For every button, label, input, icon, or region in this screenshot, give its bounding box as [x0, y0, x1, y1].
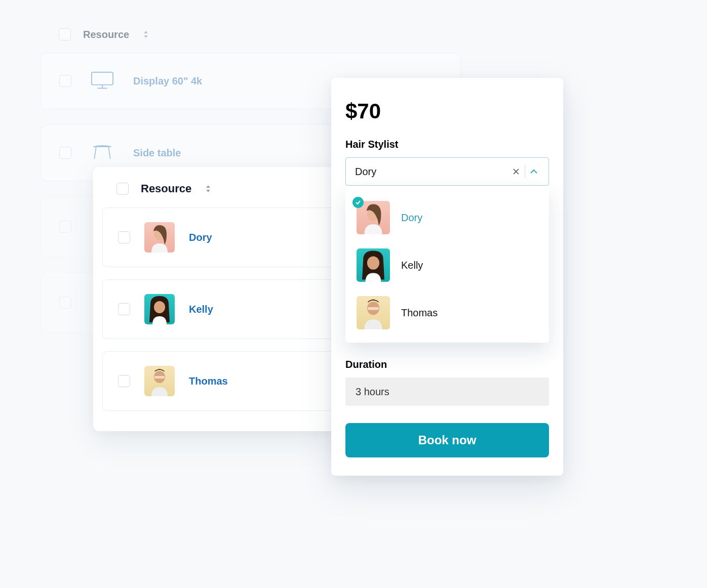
stylist-option[interactable]: Thomas: [345, 289, 549, 337]
chevron-up-icon[interactable]: [526, 169, 541, 174]
stylist-selected-value: Dory: [355, 166, 508, 178]
stylist-option-name: Thomas: [401, 307, 438, 319]
stylist-option-name: Dory: [401, 212, 422, 224]
divider: [525, 165, 525, 178]
clear-icon[interactable]: [508, 168, 524, 175]
select-all-checkbox[interactable]: [59, 28, 71, 40]
row-checkbox[interactable]: [118, 231, 130, 243]
resource-column-header[interactable]: Resource: [83, 29, 129, 40]
booking-card: $70 Hair Stylist Dory Dory Kelly: [331, 78, 563, 476]
select-all-checkbox[interactable]: [116, 183, 129, 195]
avatar: [357, 296, 390, 329]
svg-line-4: [94, 147, 96, 159]
avatar: [357, 248, 390, 282]
resource-name: Display 60" 4k: [133, 75, 202, 87]
resource-header-row: Resource: [41, 20, 461, 53]
stylist-dropdown: Dory Kelly Thomas: [345, 186, 549, 343]
sort-icon[interactable]: [206, 185, 211, 192]
resource-column-header[interactable]: Resource: [141, 182, 191, 195]
avatar: [144, 294, 175, 324]
svg-point-11: [367, 256, 379, 269]
svg-rect-13: [368, 307, 379, 310]
resource-person-name: Dory: [189, 232, 212, 243]
book-now-button[interactable]: Book now: [345, 423, 549, 457]
stylist-field-label: Hair Stylist: [345, 139, 549, 150]
svg-line-5: [108, 147, 110, 159]
stylist-option-name: Kelly: [401, 260, 423, 271]
resource-name: Side table: [133, 147, 181, 159]
row-checkbox[interactable]: [59, 297, 71, 309]
resource-person-name: Thomas: [189, 375, 228, 387]
svg-rect-9: [154, 376, 165, 379]
table-icon: [91, 141, 114, 164]
resource-person-name: Kelly: [189, 304, 213, 315]
row-checkbox[interactable]: [59, 147, 71, 159]
avatar: [144, 222, 175, 253]
stylist-select[interactable]: Dory: [345, 157, 549, 186]
monitor-icon: [91, 69, 114, 93]
row-checkbox[interactable]: [59, 75, 71, 87]
svg-point-7: [154, 301, 165, 313]
sort-icon[interactable]: [143, 31, 148, 38]
avatar: [144, 366, 175, 396]
duration-value: 3 hours: [356, 386, 389, 398]
stylist-option[interactable]: Dory: [345, 194, 549, 241]
price-display: $70: [345, 99, 549, 123]
row-checkbox[interactable]: [118, 303, 130, 315]
row-checkbox[interactable]: [118, 375, 130, 387]
row-checkbox[interactable]: [59, 221, 71, 233]
duration-display: 3 hours: [345, 377, 549, 406]
svg-rect-0: [92, 72, 113, 85]
duration-field-label: Duration: [345, 359, 549, 370]
selected-check-icon: [352, 197, 364, 208]
stylist-option[interactable]: Kelly: [345, 241, 549, 289]
